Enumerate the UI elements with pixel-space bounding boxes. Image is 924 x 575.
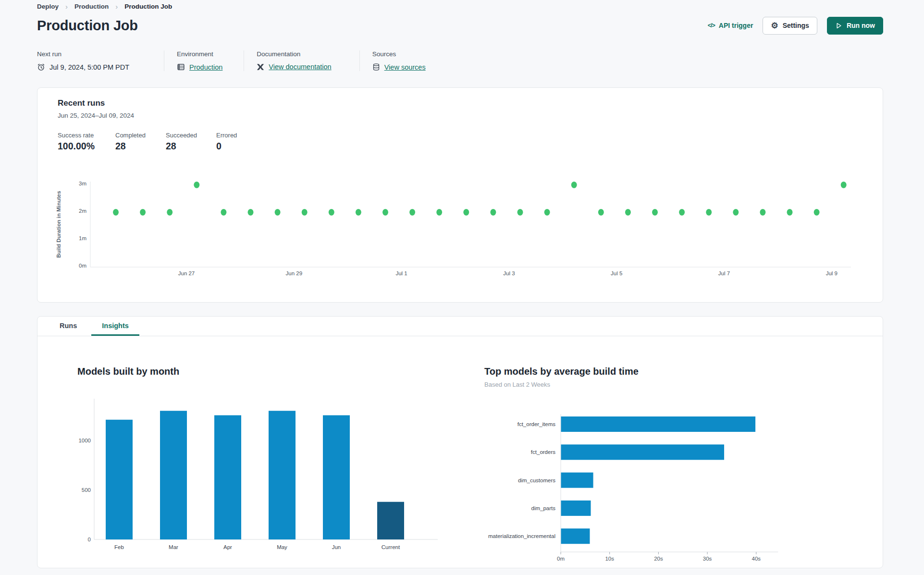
- scatter-point[interactable]: [113, 209, 119, 216]
- settings-button[interactable]: ⚙ Settings: [763, 17, 817, 35]
- scatter-point[interactable]: [517, 209, 523, 216]
- hbar-category-label: fct_order_items: [517, 421, 556, 427]
- stat-value: 28: [166, 141, 216, 152]
- scatter-point[interactable]: [167, 209, 172, 216]
- scatter-point[interactable]: [652, 209, 658, 216]
- stat-label: Success rate: [58, 132, 115, 139]
- scatter-point[interactable]: [382, 209, 388, 216]
- stat-errored: Errored 0: [216, 132, 267, 152]
- scatter-point[interactable]: [194, 182, 199, 188]
- scatter-point[interactable]: [598, 209, 604, 216]
- top-models-hbar-chart[interactable]: fct_order_itemsfct_ordersdim_customersdi…: [484, 412, 801, 566]
- scatter-point[interactable]: [436, 209, 442, 216]
- hbar-category-label: fct_orders: [531, 449, 555, 455]
- models-built-bar-chart[interactable]: 05001000FebMarAprMayJunCurrent: [77, 398, 443, 556]
- chevron-right-icon: ›: [115, 3, 118, 10]
- scatter-x-tick-label: Jun 27: [178, 270, 195, 276]
- bar-Jun[interactable]: [323, 415, 350, 539]
- build-duration-scatter-chart[interactable]: 0m1m2m3mBuild Duration in MinutesJun 27J…: [46, 176, 863, 279]
- scatter-x-tick-label: Jul 5: [611, 270, 622, 276]
- scatter-point[interactable]: [140, 209, 146, 216]
- scatter-point[interactable]: [490, 209, 496, 216]
- bar-Feb[interactable]: [106, 420, 133, 539]
- scatter-x-tick-label: Jul 7: [718, 270, 730, 276]
- environment-label: Environment: [177, 50, 222, 58]
- environment-link[interactable]: Production: [189, 63, 222, 71]
- scatter-point[interactable]: [544, 209, 550, 216]
- models-built-chart-block: Models built by month 05001000FebMarAprM…: [77, 366, 476, 566]
- scatter-point[interactable]: [356, 209, 361, 216]
- top-models-chart-block: Top models by average build time Based o…: [476, 366, 883, 566]
- bar-Mar[interactable]: [160, 411, 187, 539]
- stat-value: 28: [115, 141, 166, 152]
- scatter-point[interactable]: [302, 209, 308, 216]
- breadcrumb-production-job: Production Job: [124, 3, 172, 10]
- bar-May[interactable]: [269, 411, 296, 539]
- info-sources: Sources View sources: [359, 50, 447, 71]
- scatter-point[interactable]: [706, 209, 712, 216]
- hbar-x-tick-label: 30s: [703, 556, 712, 562]
- top-models-chart-title: Top models by average build time: [484, 366, 883, 377]
- stat-success-rate: Success rate 100.00%: [58, 132, 115, 152]
- scatter-y-tick-label: 2m: [79, 208, 86, 214]
- scatter-point[interactable]: [248, 209, 254, 216]
- hbar-materialization_incremental[interactable]: [561, 528, 590, 544]
- scatter-y-tick-label: 3m: [79, 181, 86, 186]
- hbar-dim_parts[interactable]: [561, 501, 591, 516]
- dbt-docs-icon: [257, 63, 264, 71]
- bar-Current[interactable]: [377, 502, 404, 539]
- hbar-fct_orders[interactable]: [561, 444, 725, 460]
- recent-runs-card: Recent runs Jun 25, 2024–Jul 09, 2024 Su…: [37, 87, 883, 303]
- scatter-x-tick-label: Jul 1: [395, 270, 407, 276]
- scatter-point[interactable]: [329, 209, 334, 216]
- stat-succeeded: Succeeded 28: [166, 132, 216, 152]
- scatter-point[interactable]: [814, 209, 820, 216]
- breadcrumb-deploy[interactable]: Deploy: [37, 3, 59, 10]
- breadcrumb: Deploy › Production › Production Job: [37, 3, 883, 10]
- bar-Apr[interactable]: [214, 415, 241, 539]
- api-trigger-link[interactable]: </> API trigger: [708, 22, 753, 29]
- scatter-point[interactable]: [787, 209, 793, 216]
- scatter-point[interactable]: [625, 209, 631, 216]
- scatter-point[interactable]: [571, 182, 577, 188]
- models-built-chart-title: Models built by month: [77, 366, 476, 377]
- info-next-run: Next run Jul 9, 2024, 5:00 PM PDT: [37, 50, 164, 71]
- scatter-point[interactable]: [409, 209, 415, 216]
- view-sources-link[interactable]: View sources: [384, 63, 426, 71]
- scatter-x-tick-label: Jun 29: [286, 270, 303, 276]
- run-now-button[interactable]: Run now: [827, 17, 883, 35]
- breadcrumb-production[interactable]: Production: [74, 3, 109, 10]
- code-icon: </>: [708, 22, 715, 29]
- stat-completed: Completed 28: [115, 132, 166, 152]
- hbar-fct_order_items[interactable]: [561, 416, 756, 432]
- gear-icon: ⚙: [771, 22, 778, 30]
- recent-runs-title: Recent runs: [58, 98, 862, 108]
- hbar-category-label: dim_customers: [518, 477, 555, 483]
- bar-x-category-label: Current: [382, 544, 400, 550]
- tab-insights[interactable]: Insights: [91, 317, 139, 336]
- next-run-label: Next run: [37, 50, 129, 58]
- insights-panel: Models built by month 05001000FebMarAprM…: [37, 336, 883, 566]
- bar-y-tick-label: 1000: [78, 438, 91, 443]
- scatter-point[interactable]: [463, 209, 469, 216]
- scatter-point[interactable]: [760, 209, 765, 216]
- scatter-point[interactable]: [733, 209, 739, 216]
- hbar-category-label: dim_parts: [531, 505, 556, 511]
- scatter-point[interactable]: [221, 209, 226, 216]
- scatter-point[interactable]: [679, 209, 685, 216]
- page-root: Deploy › Production › Production Job Pro…: [37, 0, 883, 568]
- scatter-point[interactable]: [275, 209, 281, 216]
- run-now-button-label: Run now: [847, 22, 875, 29]
- sources-label: Sources: [372, 50, 426, 58]
- hbar-dim_customers[interactable]: [561, 473, 593, 488]
- scatter-y-tick-label: 0m: [79, 263, 86, 269]
- stat-label: Errored: [216, 132, 267, 139]
- view-documentation-link[interactable]: View documentation: [269, 63, 331, 71]
- hbar-x-tick-label: 0m: [557, 556, 565, 562]
- scatter-x-tick-label: Jul 3: [503, 270, 515, 276]
- tab-runs[interactable]: Runs: [49, 317, 87, 336]
- info-environment: Environment Production: [164, 50, 244, 71]
- bar-y-tick-label: 500: [82, 487, 91, 493]
- scatter-point[interactable]: [841, 182, 847, 188]
- stat-value: 100.00%: [58, 141, 115, 152]
